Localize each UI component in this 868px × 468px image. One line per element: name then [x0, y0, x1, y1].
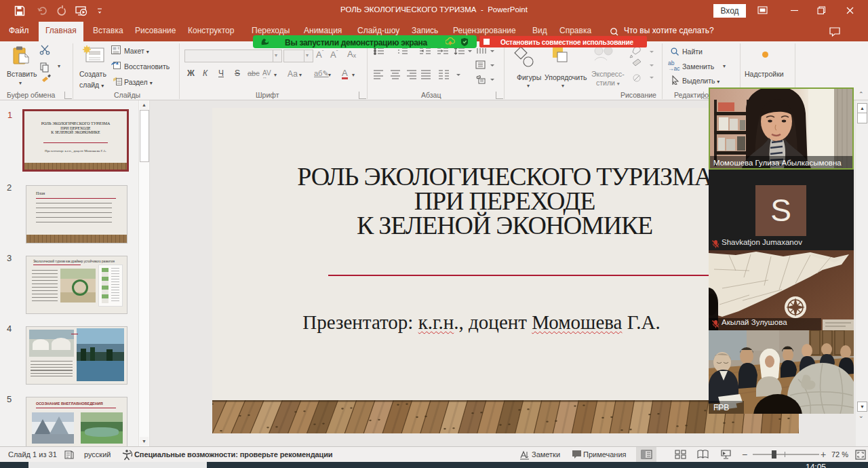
svg-text:Момошева Гулиза Абылкасымовна: Момошева Гулиза Абылкасымовна [713, 159, 842, 167]
svg-text:FPB: FPB [713, 403, 729, 412]
